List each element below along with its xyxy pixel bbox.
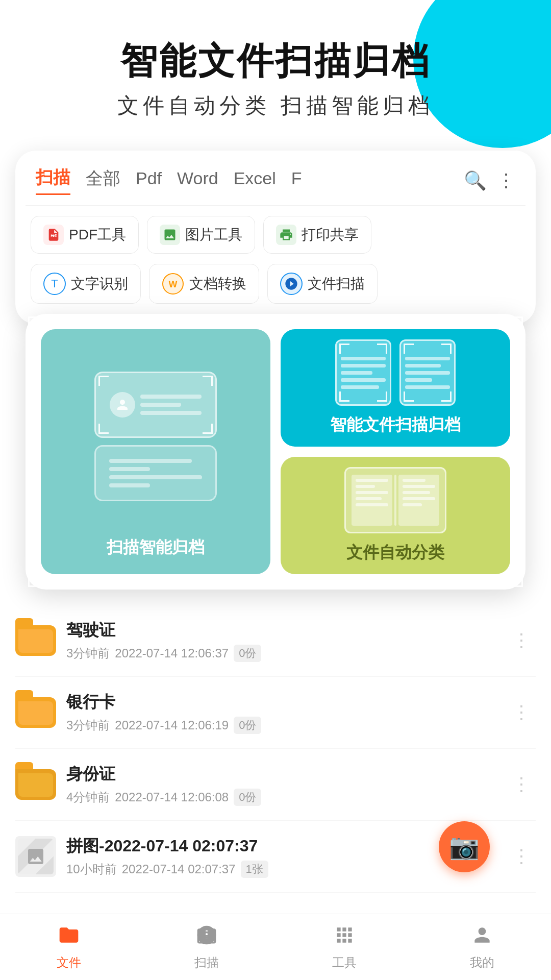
br5 xyxy=(403,503,422,506)
back-line-2 xyxy=(109,467,150,471)
bottom-nav: 文件 扫描 工具 我的 xyxy=(0,914,551,980)
pdf-tool-icon xyxy=(43,225,64,245)
hero-title: 智能文件扫描归档 xyxy=(31,41,520,81)
tab-pdf[interactable]: Pdf xyxy=(136,168,162,192)
doc-convert-button[interactable]: W 文档转换 xyxy=(149,264,259,304)
folder-yellow-3 xyxy=(15,769,56,800)
file-time-1: 3分钟前 xyxy=(66,645,110,662)
feature-card-smart-scan[interactable]: 智能文件扫描归档 xyxy=(281,329,510,447)
image-tool-button[interactable]: 图片工具 xyxy=(147,216,255,254)
folder-body-1 xyxy=(15,625,56,656)
folder-body-3 xyxy=(15,769,56,800)
file-count-2: 0份 xyxy=(234,717,261,734)
main-app-card: 扫描 全部 Pdf Word Excel F 🔍 ⋮ PDF工具 xyxy=(15,151,536,324)
ocr-text-button[interactable]: T 文字识别 xyxy=(31,264,141,304)
more-icon[interactable]: ⋮ xyxy=(497,170,515,191)
more-button-3[interactable]: ⋮ xyxy=(507,769,536,800)
doc-l10 xyxy=(405,385,450,389)
file-name-2: 银行卡 xyxy=(66,691,497,714)
folder-body-2 xyxy=(15,697,56,728)
tab-scan[interactable]: 扫描 xyxy=(36,166,70,195)
feature-grid: 扫描智能归档 xyxy=(41,329,510,574)
doc-l7 xyxy=(405,364,441,368)
book-page-left xyxy=(352,475,392,526)
doc-l3 xyxy=(341,371,372,375)
tab-excel[interactable]: Excel xyxy=(234,168,276,192)
feature-card-scan[interactable]: 扫描智能归档 xyxy=(41,329,270,574)
doc-l9 xyxy=(405,378,432,382)
doc-icons xyxy=(335,339,456,406)
file-meta-2: 3分钟前 2022-07-14 12:06:19 0份 xyxy=(66,717,497,734)
bl3 xyxy=(356,491,388,494)
dc1-br xyxy=(377,391,387,402)
nav-files-label: 文件 xyxy=(57,954,81,971)
feature-card-auto-classify[interactable]: 文件自动分类 xyxy=(281,457,510,574)
book-illustration xyxy=(344,467,446,533)
bl1 xyxy=(356,479,388,482)
fab-camera-icon: 📷 xyxy=(449,832,480,861)
pdf-tool-button[interactable]: PDF工具 xyxy=(31,216,139,254)
folder-yellow-2 xyxy=(15,697,56,728)
hero-section: 智能文件扫描归档 文件自动分类 扫描智能归档 xyxy=(0,0,551,140)
doc-icon-1 xyxy=(335,339,391,406)
nav-item-profile[interactable]: 我的 xyxy=(413,924,551,971)
tab-f[interactable]: F xyxy=(291,168,302,192)
file-name-1: 驾驶证 xyxy=(66,619,497,642)
more-button-2[interactable]: ⋮ xyxy=(507,697,536,728)
dc2-bl xyxy=(404,391,414,402)
feature-smart-scan-label: 智能文件扫描归档 xyxy=(330,414,461,436)
hero-subtitle: 文件自动分类 扫描智能归档 xyxy=(31,91,520,120)
file-date-1: 2022-07-14 12:06:37 xyxy=(115,646,229,660)
doc-l2 xyxy=(341,364,386,368)
id-line-3 xyxy=(140,411,202,415)
more-button-4[interactable]: ⋮ xyxy=(507,841,536,872)
more-button-1[interactable]: ⋮ xyxy=(507,625,536,656)
ocr-text-label: 文字识别 xyxy=(71,274,128,293)
file-date-3: 2022-07-14 12:06:08 xyxy=(115,790,229,804)
corner-tr xyxy=(203,376,213,386)
back-corner-br xyxy=(513,577,523,587)
id-card-lines xyxy=(140,395,202,415)
file-scan-button[interactable]: 文件扫描 xyxy=(267,264,378,304)
ocr-text-icon: T xyxy=(43,273,66,295)
file-item-2[interactable]: 银行卡 3分钟前 2022-07-14 12:06:19 0份 ⋮ xyxy=(15,677,536,749)
dc1-bl xyxy=(339,391,349,402)
nav-item-tools[interactable]: 工具 xyxy=(276,924,413,971)
folder-icon-1 xyxy=(15,623,56,658)
tab-all[interactable]: 全部 xyxy=(86,167,120,194)
dc1-tl xyxy=(339,344,349,354)
tab-word[interactable]: Word xyxy=(177,168,218,192)
file-meta-4: 10小时前 2022-07-14 02:07:37 1张 xyxy=(66,861,497,878)
nav-profile-label: 我的 xyxy=(470,954,494,971)
print-tool-button[interactable]: 打印共享 xyxy=(263,216,371,254)
fab-camera-button[interactable]: 📷 xyxy=(439,821,490,872)
image-tool-icon xyxy=(160,225,180,245)
file-name-4: 拼图-2022-07-14 02:07:37 xyxy=(66,835,497,857)
id-card-back xyxy=(94,445,217,501)
nav-item-scan[interactable]: 扫描 xyxy=(138,924,276,971)
ocr-row: T 文字识别 W 文档转换 文件扫描 xyxy=(26,259,525,314)
file-item-3[interactable]: 身份证 4分钟前 2022-07-14 12:06:08 0份 ⋮ xyxy=(15,749,536,821)
file-item-1[interactable]: 驾驶证 3分钟前 2022-07-14 12:06:37 0份 ⋮ xyxy=(15,605,536,677)
file-info-3: 身份证 4分钟前 2022-07-14 12:06:08 0份 xyxy=(66,763,497,806)
file-scan-icon xyxy=(280,273,303,295)
thumb-inner-4 xyxy=(18,839,54,874)
back-line-3 xyxy=(109,475,202,479)
search-icon[interactable]: 🔍 xyxy=(464,170,487,191)
tab-icons: 🔍 ⋮ xyxy=(464,170,515,191)
doc-l1 xyxy=(341,357,386,360)
dc1-tr xyxy=(377,344,387,354)
thumbnail-4 xyxy=(15,836,56,877)
folder-icon-3 xyxy=(15,767,56,802)
doc-convert-icon: W xyxy=(162,273,184,295)
file-scan-label: 文件扫描 xyxy=(308,274,365,293)
file-time-2: 3分钟前 xyxy=(66,717,110,733)
file-count-1: 0份 xyxy=(234,645,261,662)
id-card-front xyxy=(94,372,217,438)
nav-tools-label: 工具 xyxy=(332,954,357,971)
image-tool-label: 图片工具 xyxy=(185,225,242,244)
nav-item-files[interactable]: 文件 xyxy=(0,924,138,971)
folder-icon-2 xyxy=(15,695,56,730)
file-info-1: 驾驶证 3分钟前 2022-07-14 12:06:37 0份 xyxy=(66,619,497,662)
nav-files-icon xyxy=(58,924,80,951)
